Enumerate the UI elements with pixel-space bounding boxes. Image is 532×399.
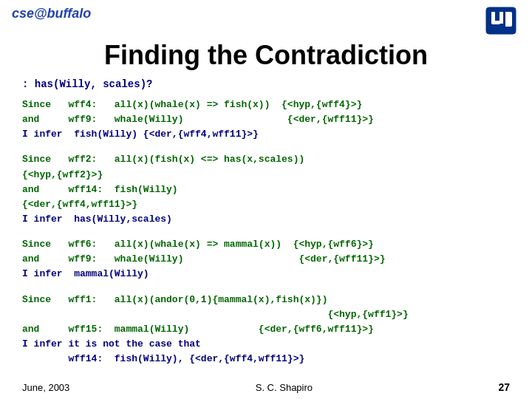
- main-content: : has(Willy, scales)? Since wff4: all(x)…: [0, 78, 532, 366]
- proof-line: and wff9: whale(Willy) {<der,{wff11}>}: [22, 112, 510, 127]
- svg-rect-4: [499, 12, 503, 24]
- infer-line: I infer fish(Willy) {<der,{wff4,wff11}>}: [22, 127, 510, 142]
- proof-block-3: Since wff6: all(x)(whale(x) => mammal(x)…: [22, 237, 510, 282]
- proof-line: and wff15: mammal(Willy) {<der,{wff6,wff…: [22, 322, 510, 337]
- proof-line: and wff9: whale(Willy) {<der,{wff11}>}: [22, 252, 510, 267]
- proof-line: Since wff4: all(x)(whale(x) => fish(x)) …: [22, 98, 510, 112]
- proof-line: {<hyp,{wff2}>}: [22, 168, 510, 183]
- footer: June, 2003 S. C. Shapiro 27: [0, 377, 532, 393]
- proof-block-4: Since wff1: all(x)(andor(0,1){mammal(x),…: [22, 293, 510, 367]
- header: cse@buffalo: [0, 0, 532, 37]
- svg-rect-10: [509, 18, 512, 27]
- query-line: : has(Willy, scales)?: [22, 78, 510, 90]
- proof-line: {<hyp,{wff1}>}: [22, 307, 510, 322]
- proof-block-2: Since wff2: all(x)(fish(x) <=> has(x,sca…: [22, 152, 510, 227]
- proof-line: Since wff1: all(x)(andor(0,1){mammal(x),…: [22, 293, 510, 307]
- svg-rect-3: [491, 21, 500, 24]
- ub-logo-icon: [482, 6, 520, 37]
- proof-line: and wff14: fish(Willy): [22, 183, 510, 197]
- logo-text: cse@buffalo: [12, 6, 91, 21]
- infer-line: I infer mammal(Willy): [22, 267, 510, 282]
- footer-presenter: S. C. Shapiro: [256, 382, 313, 393]
- infer-line: I infer it is not the case that: [22, 337, 510, 352]
- page-number: 27: [498, 381, 510, 393]
- page-title: Finding the Contradiction: [0, 40, 532, 71]
- infer-line: wff14: fish(Willy), {<der,{wff4,wff11}>}: [22, 352, 510, 366]
- footer-date: June, 2003: [22, 382, 69, 393]
- proof-line: Since wff6: all(x)(whale(x) => mammal(x)…: [22, 237, 510, 252]
- infer-line: I infer has(Willy,scales): [22, 212, 510, 227]
- proof-block-1: Since wff4: all(x)(whale(x) => fish(x)) …: [22, 98, 510, 142]
- proof-line: Since wff2: all(x)(fish(x) <=> has(x,sca…: [22, 152, 510, 167]
- proof-line: {<der,{wff4,wff11}>}: [22, 197, 510, 212]
